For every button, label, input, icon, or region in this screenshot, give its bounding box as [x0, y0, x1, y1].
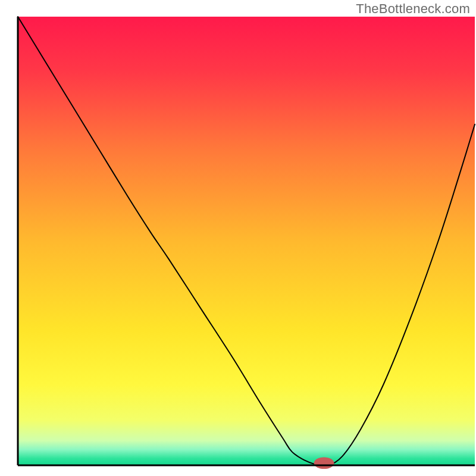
watermark-text: TheBottleneck.com — [356, 1, 470, 17]
chart-container: TheBottleneck.com — [0, 0, 476, 476]
bottleneck-chart — [0, 0, 476, 476]
plot-background — [18, 17, 475, 465]
bottleneck-point-marker — [314, 457, 334, 469]
plot-area — [18, 17, 475, 469]
